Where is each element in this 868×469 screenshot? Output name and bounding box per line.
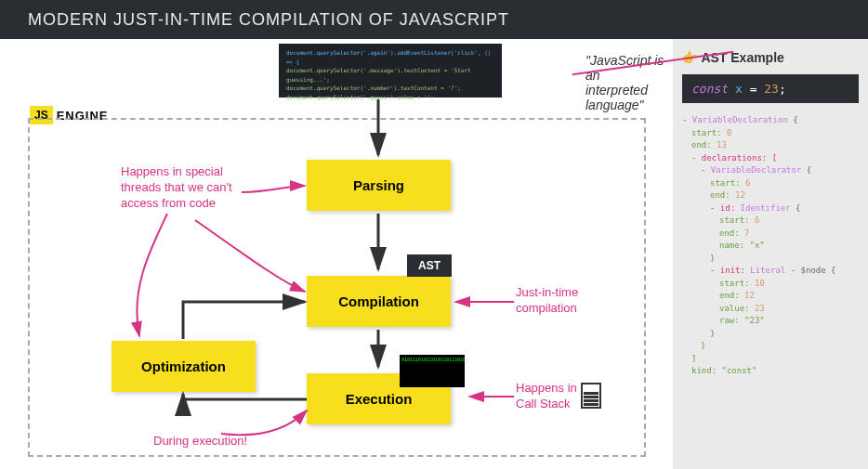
note-during: During execution! (153, 434, 247, 449)
note-threads: Happens in special threads that we can't… (121, 164, 251, 212)
ast-sidebar: AST Example const x = 23; - VariableDecl… (673, 39, 868, 469)
header: MODERN JUST-IN-TIME COMPILATION OF JAVAS… (0, 0, 868, 39)
page-title: MODERN JUST-IN-TIME COMPILATION OF JAVAS… (28, 10, 509, 30)
stage-compilation: Compilation (307, 276, 451, 327)
diagram-area: document.querySelector('.again').addEven… (0, 39, 673, 469)
ast-tree: - VariableDeclaration {start: 0end: 13- … (682, 114, 859, 378)
ast-badge: AST (407, 254, 452, 277)
source-code-box: document.querySelector('.again').addEven… (279, 44, 502, 98)
main-content: document.querySelector('.again').addEven… (0, 39, 868, 469)
ast-code-sample: const x = 23; (682, 74, 859, 103)
note-jit: Just-in-time compilation (516, 285, 637, 317)
binary-code-box: 0101110101101011011101011010110101101010… (400, 355, 465, 387)
note-callstack: Happens in Call Stack (516, 381, 599, 412)
stage-optimization: Optimization (112, 341, 256, 392)
stage-parsing: Parsing (307, 160, 451, 211)
ast-example-title: AST Example (682, 50, 859, 65)
